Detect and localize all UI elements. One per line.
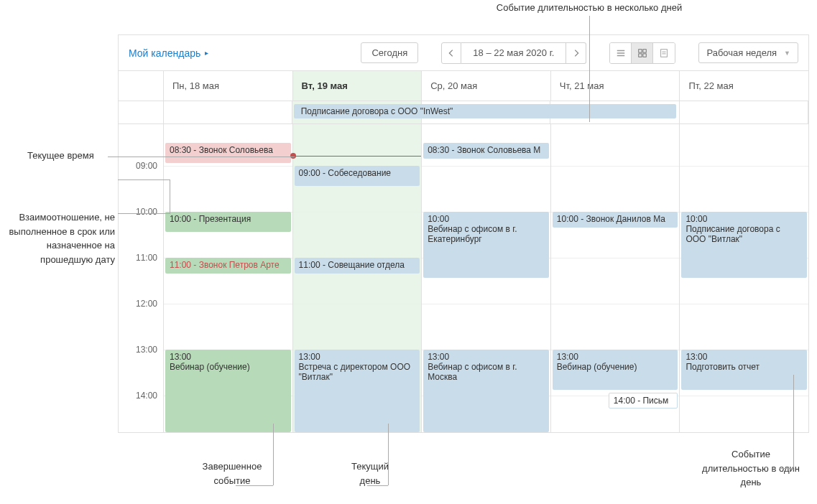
annotation-overdue: Взаимоотношение, не выполненное в срок и… [2,210,115,266]
chevron-right-icon [571,48,581,58]
hour-label: 11:00 [136,253,157,263]
event-time: 10:00 [428,214,449,224]
day-column-tue[interactable]: 09:00 - Собеседование 11:00 - Совещание … [293,124,423,432]
day-column-wed[interactable]: 08:30 - Звонок Соловьева М 10:00 Вебинар… [422,124,551,432]
time-gutter: 09:00 10:00 11:00 12:00 13:00 14:00 [119,124,164,432]
hour-label: 09:00 [136,161,157,171]
event[interactable]: 09:00 - Собеседование [295,166,420,186]
event-overdue-done[interactable]: 11:00 - Звонок Петров Арте [165,258,291,274]
date-range-label[interactable]: 18 – 22 мая 2020 г. [461,42,566,64]
calendar-grid: 09:00 10:00 11:00 12:00 13:00 14:00 08:3… [119,124,808,432]
calendar-widget: Мой календарь ▸ Сегодня 18 – 22 мая 2020… [118,34,809,433]
hour-label: 10:00 [136,207,157,217]
event-time: 13:00 [428,352,449,362]
day-column-thu[interactable]: 10:00 - Звонок Данилов Ма 13:00 Вебинар … [551,124,680,432]
agenda-icon [659,48,669,58]
gutter-header [119,71,164,101]
prev-button[interactable] [441,42,461,64]
chevron-left-icon [446,48,456,58]
svg-rect-3 [643,53,646,56]
svg-rect-0 [639,49,642,52]
event-title: Вебинар с офисом в г. Екатеринбург [428,224,517,244]
event[interactable]: 14:00 - Письм [609,393,678,409]
day-header-mon[interactable]: Пн, 18 мая [164,71,293,101]
event[interactable]: 10:00 Подписание договора с ООО "Витлак" [681,212,807,278]
day-column-mon[interactable]: 08:30 - Звонок Соловьева 10:00 - Презент… [164,124,293,432]
allday-cell[interactable] [680,101,808,123]
hour-label: 14:00 [136,391,157,401]
event-title: Вебинар (обучение) [170,362,250,372]
event-done[interactable]: 13:00 Вебинар (обучение) [165,350,291,432]
view-switcher [609,42,675,64]
day-header-wed[interactable]: Ср, 20 мая [422,71,551,101]
breadcrumb[interactable]: Мой календарь ▸ [129,47,208,59]
svg-rect-1 [643,49,646,52]
event[interactable]: 10:00 - Звонок Данилов Ма [553,212,678,228]
event[interactable]: 13:00 Подготовить отчет [681,350,807,390]
event[interactable]: 13:00 Вебинар (обучение) [553,350,678,390]
list-view-button[interactable] [610,43,632,63]
event-title: Подписание договора с ООО "Витлак" [686,224,780,244]
day-header-tue[interactable]: Вт, 19 мая [293,71,423,101]
annotation-multi-day: Событие длительностью в несколько дней [460,2,719,13]
allday-gutter [119,101,164,123]
event-overdue[interactable]: 08:30 - Звонок Соловьева [165,143,291,163]
event-done[interactable]: 10:00 - Презентация [165,212,291,232]
day-header-thu[interactable]: Чт, 21 мая [551,71,680,101]
dropdown-label: Рабочая неделя [706,47,777,58]
event-time: 13:00 [686,352,707,362]
grid-icon [637,48,647,58]
event[interactable]: 08:30 - Звонок Соловьева М [423,143,549,159]
date-nav: 18 – 22 мая 2020 г. [441,42,586,64]
next-button[interactable] [566,42,586,64]
week-mode-dropdown[interactable]: Рабочая неделя ▼ [698,42,798,63]
event[interactable]: 13:00 Вебинар с офисом в г. Москва [423,350,549,432]
event-title: Подготовить отчет [686,362,760,372]
list-icon [616,48,626,58]
annotation-now: Текущее время [27,150,94,161]
day-column-fri[interactable]: 10:00 Подписание договора с ООО "Витлак"… [680,124,808,432]
event[interactable]: 11:00 - Совещание отдела [295,258,420,274]
allday-event[interactable]: Подписание договора с ООО "InWest" [294,104,676,118]
annotation-current-day: Текущий день [341,459,399,487]
event-time: 13:00 [299,352,320,362]
event-title: Вебинар с офисом в г. Москва [428,362,517,382]
allday-row: Подписание договора с ООО "InWest" [119,101,808,124]
event-time: 10:00 [686,214,707,224]
grid-view-button[interactable] [632,43,653,63]
calendar-toolbar: Мой календарь ▸ Сегодня 18 – 22 мая 2020… [119,35,808,71]
event[interactable]: 10:00 Вебинар с офисом в г. Екатеринбург [423,212,549,278]
event-title: Вебинар (обучение) [557,362,637,372]
hour-label: 12:00 [136,299,157,309]
caret-down-icon: ▼ [784,50,790,57]
allday-cell[interactable] [164,101,292,123]
svg-rect-4 [661,49,668,57]
chevron-right-icon: ▸ [205,49,208,57]
event-time: 13:00 [170,352,191,362]
event-time: 13:00 [557,352,578,362]
breadcrumb-label: Мой календарь [129,47,200,59]
annotation-completed: Завершенное событие [189,459,275,487]
event-title: Встреча с директором ООО "Витлак" [299,362,410,382]
hour-label: 13:00 [136,345,157,355]
now-indicator [293,156,422,157]
event[interactable]: 13:00 Встреча с директором ООО "Витлак" [295,350,420,432]
agenda-view-button[interactable] [653,43,675,63]
day-headers: Пн, 18 мая Вт, 19 мая Ср, 20 мая Чт, 21 … [119,71,808,101]
today-button[interactable]: Сегодня [361,42,418,63]
svg-rect-2 [639,53,642,56]
now-dot-icon [290,153,296,159]
day-header-fri[interactable]: Пт, 22 мая [680,71,808,101]
